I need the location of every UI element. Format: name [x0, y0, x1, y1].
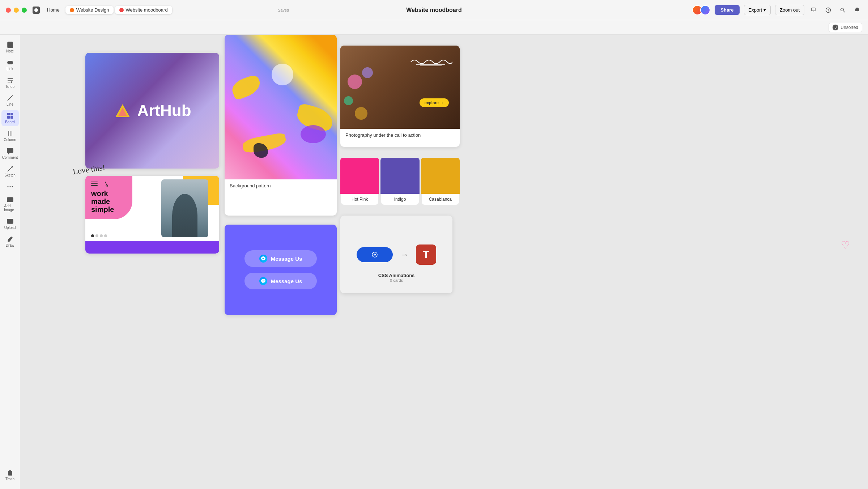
color-swatches: Hot Pink Indigo Casablanca	[340, 158, 460, 205]
titlebar-right: Share Export ▾ Zoom out ?	[692, 5, 862, 15]
minimize-button[interactable]	[14, 8, 19, 13]
swatch-color-casablanca	[421, 158, 460, 194]
messenger-card[interactable]: Message Us Message Us	[225, 225, 337, 315]
toolbar: 0 Unsorted	[0, 20, 868, 35]
sidebar-item-add-image[interactable]: Add image	[1, 194, 19, 214]
sidebar-link-label: Link	[7, 67, 13, 71]
device-icon[interactable]	[809, 5, 819, 15]
svg-point-0	[34, 8, 38, 12]
sidebar-todo-label: To-do	[5, 85, 14, 89]
svg-text:?: ?	[827, 9, 829, 12]
main-layout: Note Link To-do Line Board Column Commen…	[0, 35, 868, 489]
css-card-inner: → T	[357, 244, 436, 265]
css-t-icon: T	[416, 244, 436, 265]
sidebar-item-line[interactable]: Line	[1, 92, 19, 109]
unsorted-badge[interactable]: 0 Unsorted	[829, 23, 862, 32]
menu-line	[91, 183, 98, 184]
sidebar-item-todo[interactable]: To-do	[1, 75, 19, 91]
search-icon[interactable]	[838, 5, 848, 15]
messenger-icon-2	[259, 277, 267, 285]
arthub-text: ArtHub	[137, 102, 191, 120]
sidebar-item-upload[interactable]: Upload	[1, 216, 19, 232]
svg-rect-19	[7, 116, 10, 119]
cta-button-overlay[interactable]: explore →	[420, 98, 449, 107]
tab-website-design-label: Website Design	[76, 7, 109, 13]
work-dot-inactive	[104, 234, 107, 237]
svg-point-28	[9, 186, 10, 187]
sidebar-item-sketch[interactable]: Sketch	[1, 163, 19, 179]
messenger-button-1[interactable]: Message Us	[244, 250, 317, 267]
splatter-4	[272, 64, 293, 85]
bg-pattern-image	[225, 35, 337, 179]
swatch-casablanca[interactable]: Casablanca	[421, 158, 460, 205]
close-button[interactable]	[6, 8, 11, 13]
css-animations-title: CSS Animations	[378, 273, 415, 278]
sidebar-item-board[interactable]: Board	[1, 110, 19, 126]
heart-doodle: ♡	[841, 239, 850, 251]
zoom-out-button[interactable]: Zoom out	[775, 5, 804, 15]
sidebar-column-label: Column	[4, 138, 16, 142]
css-animations-card[interactable]: → T CSS Animations 0 cards	[340, 216, 452, 293]
tab-website-design-dot	[70, 8, 74, 12]
tab-website-design[interactable]: Website Design	[65, 6, 114, 14]
sidebar-item-draw[interactable]: Draw	[1, 233, 19, 250]
share-button[interactable]: Share	[715, 5, 739, 15]
svg-rect-2	[813, 12, 814, 12]
person-silhouette	[172, 194, 197, 237]
floral-3	[344, 96, 353, 105]
messenger-btn-label-2: Message Us	[271, 278, 302, 284]
css-label: CSS Animations 0 cards	[378, 273, 415, 282]
tab-website-moodboard[interactable]: Website moodboard	[115, 6, 172, 14]
tab-moodboard-dot	[119, 8, 124, 12]
sidebar-board-label: Board	[5, 120, 15, 124]
avatar-group	[692, 5, 710, 15]
sidebar-item-trash[interactable]: Trash	[1, 467, 19, 483]
work-dot-inactive	[95, 234, 98, 237]
sidebar-item-link[interactable]: Link	[1, 57, 19, 73]
menu-line	[91, 182, 98, 182]
work-title: workmadesimple	[91, 190, 114, 213]
maximize-button[interactable]	[22, 8, 27, 13]
tab-moodboard-label: Website moodboard	[126, 7, 168, 13]
svg-point-27	[7, 186, 8, 187]
sidebar-line-label: Line	[7, 102, 13, 106]
tab-home[interactable]: Home	[43, 6, 64, 14]
tab-home-label: Home	[47, 7, 60, 13]
floral-4	[355, 107, 367, 120]
svg-rect-24	[7, 148, 13, 153]
sidebar-item-more[interactable]	[1, 181, 19, 192]
work-bg-purple	[85, 241, 219, 254]
export-button[interactable]: Export ▾	[744, 5, 771, 15]
css-arrow-icon: →	[400, 250, 409, 260]
messenger-button-2[interactable]: Message Us	[244, 273, 317, 289]
work-dots	[91, 234, 107, 237]
swatch-indigo[interactable]: Indigo	[380, 158, 419, 205]
swatch-hot-pink[interactable]: Hot Pink	[340, 158, 379, 205]
menu-line	[91, 185, 98, 186]
canvas[interactable]: ArtHub workmadesimple	[20, 35, 868, 489]
sidebar-item-note[interactable]: Note	[1, 39, 19, 55]
arthub-logo: ArtHub	[113, 101, 191, 120]
unsorted-count: 0	[833, 25, 838, 30]
help-icon[interactable]: ?	[823, 5, 833, 15]
sidebar-sketch-label: Sketch	[4, 173, 16, 177]
photo-card[interactable]: explore → Photography under the call to …	[340, 46, 460, 147]
background-pattern-card[interactable]: Background pattern	[225, 35, 337, 216]
notification-icon[interactable]	[852, 5, 862, 15]
splatter-1	[230, 74, 263, 101]
swatch-color-hot-pink	[340, 158, 379, 194]
messenger-icon-1	[259, 255, 267, 263]
saved-label: Saved	[278, 8, 289, 12]
sidebar-item-column[interactable]: Column	[1, 128, 19, 144]
work-made-simple-card[interactable]: workmadesimple	[85, 176, 219, 254]
unsorted-label: Unsorted	[841, 25, 858, 30]
floral-1	[348, 75, 362, 89]
svg-rect-20	[10, 116, 13, 119]
sidebar-item-comment[interactable]: Comment	[1, 145, 19, 162]
svg-point-29	[12, 186, 13, 187]
work-dot-inactive	[100, 234, 103, 237]
photo-image: explore →	[340, 46, 460, 129]
arthub-card[interactable]: ArtHub	[85, 53, 219, 169]
export-label: Export	[749, 7, 762, 13]
svg-line-16	[8, 95, 13, 101]
